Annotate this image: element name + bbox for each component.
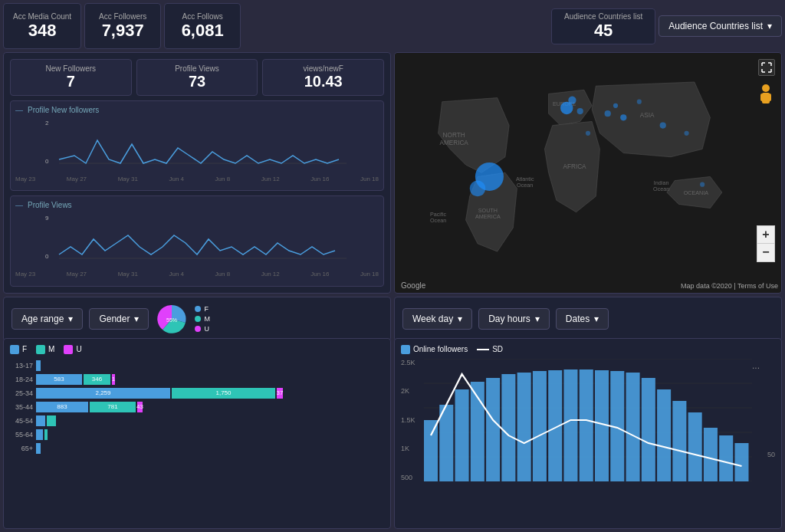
zoom-in-button[interactable]: + — [757, 225, 775, 244]
profile-views-svg: 9 0 — [15, 212, 379, 266]
svg-rect-62 — [672, 401, 686, 481]
dashboard: Acc Media Count 348 Acc Followers 7,937 … — [0, 0, 785, 532]
new-followers-chart: Profile New followers 2 0 May 23May 27Ma… — [10, 100, 384, 191]
svg-text:9: 9 — [45, 215, 49, 222]
legend-f: F — [195, 305, 210, 313]
week-day-dropdown[interactable]: Week day ▾ — [402, 308, 472, 330]
svg-rect-61 — [657, 389, 671, 481]
svg-point-26 — [605, 110, 611, 117]
svg-rect-47 — [439, 405, 453, 481]
gender-dropdown[interactable]: Gender ▾ — [89, 308, 149, 330]
bar-f-18-24: 583 — [36, 374, 82, 385]
svg-rect-37 — [767, 94, 771, 101]
dates-label: Dates — [566, 314, 590, 324]
chart-dots-menu[interactable]: ... — [752, 360, 760, 371]
new-followers-svg: 2 0 — [15, 117, 379, 171]
world-map-svg: NORTH AMERICA SOUTH AMERICA EUROPE AFRIC… — [395, 53, 781, 293]
profile-views-chart-title: Profile Views — [15, 201, 379, 209]
svg-text:NORTH: NORTH — [443, 132, 465, 139]
gender-arrow-icon: ▾ — [134, 314, 139, 324]
svg-rect-66 — [734, 443, 748, 481]
zoom-out-button[interactable]: − — [757, 244, 775, 262]
age-row-13-17: 13-17 — [10, 360, 384, 371]
profile-views-chart: Profile Views 9 0 May 23May 27May 31Jun … — [10, 195, 384, 286]
bar-u-35-44: 43 — [137, 402, 143, 412]
svg-rect-55 — [563, 369, 577, 481]
svg-rect-59 — [626, 373, 640, 481]
svg-rect-52 — [517, 373, 531, 481]
legend-u: U — [195, 325, 210, 333]
week-day-label: Week day — [412, 314, 453, 324]
person-icon — [757, 84, 775, 114]
audience-countries-label: Audience Countries list — [564, 12, 642, 21]
acc-follows-card: Acc Follows 6,081 — [164, 3, 241, 49]
audience-dropdown-label: Audience Countries list — [668, 21, 763, 31]
bar-f-65plus — [36, 443, 41, 454]
svg-rect-46 — [424, 420, 438, 481]
views-per-newf-value: 10.43 — [272, 73, 374, 90]
online-followers-panel: Online followers SD 2.5K 2K 1.5K 1K 500 — [394, 338, 782, 529]
acc-followers-value: 7,937 — [102, 21, 144, 41]
acc-followers-label: Acc Followers — [99, 12, 146, 21]
mini-stats-row: New Followers 7 Profile Views 73 views/n… — [10, 59, 384, 96]
svg-rect-63 — [688, 412, 702, 481]
acc-followers-card: Acc Followers 7,937 — [84, 3, 161, 49]
day-hours-label: Day hours — [488, 314, 530, 324]
expand-icon — [761, 62, 772, 73]
new-followers-value: 7 — [20, 73, 122, 90]
new-followers-label: New Followers — [20, 64, 122, 73]
top-stats-bar: Acc Media Count 348 Acc Followers 7,937 … — [3, 3, 782, 49]
map-data-label: Map data ©2020 | Terms of Use — [681, 282, 778, 290]
age-range-dropdown[interactable]: Age range ▾ — [11, 308, 83, 330]
svg-point-29 — [637, 100, 642, 104]
svg-rect-48 — [455, 389, 469, 481]
age-row-55-64: 55-64 — [10, 429, 384, 440]
svg-rect-50 — [486, 378, 500, 481]
online-chart-svg — [424, 359, 752, 481]
svg-text:ASIA: ASIA — [640, 112, 655, 119]
age-row-65plus: 65+ — [10, 443, 384, 454]
svg-rect-64 — [704, 428, 718, 481]
svg-rect-65 — [719, 435, 733, 481]
bar-m-35-44: 781 — [90, 402, 136, 412]
svg-rect-36 — [760, 94, 764, 101]
map-expand-button[interactable] — [758, 59, 775, 76]
day-hours-dropdown[interactable]: Day hours ▾ — [478, 308, 550, 330]
day-hours-arrow-icon: ▾ — [535, 314, 540, 324]
bar-m-45-54 — [47, 415, 56, 426]
chart-area-container: 2.5K 2K 1.5K 1K 500 — [401, 359, 775, 481]
bar-f-55-64 — [36, 429, 43, 440]
person-svg — [757, 84, 775, 111]
dates-dropdown[interactable]: Dates ▾ — [556, 308, 609, 330]
svg-text:AMERICA: AMERICA — [439, 140, 468, 146]
sd-line-icon — [477, 349, 489, 350]
new-followers-chart-title: Profile New followers — [15, 106, 379, 114]
svg-point-24 — [568, 97, 576, 104]
audience-dropdown-button[interactable]: Audience Countries list ▾ — [659, 15, 782, 37]
views-per-newf-label: views/newF — [272, 64, 374, 73]
bar-f-45-54 — [36, 415, 45, 426]
online-followers-label: Online followers — [413, 345, 468, 353]
dates-arrow-icon: ▾ — [594, 314, 599, 324]
filter-bar: Age range ▾ Gender ▾ 55% — [3, 297, 782, 335]
svg-rect-51 — [501, 374, 515, 481]
bar-f-35-44: 883 — [36, 402, 88, 412]
svg-text:55%: 55% — [166, 317, 177, 323]
legend-u-item: U — [64, 345, 81, 354]
svg-text:Ocean: Ocean — [430, 217, 446, 224]
sd-label: SD — [492, 345, 503, 353]
middle-section: New Followers 7 Profile Views 73 views/n… — [3, 52, 782, 294]
audience-countries-value: 45 — [594, 21, 613, 41]
svg-text:AFRICA: AFRICA — [563, 163, 586, 170]
age-gender-chart-panel: F M U 13-17 — [3, 338, 391, 529]
profile-views-card: Profile Views 73 — [136, 59, 258, 96]
svg-point-25 — [577, 108, 583, 114]
svg-text:AMERICA: AMERICA — [475, 213, 501, 220]
acc-media-count-value: 348 — [28, 21, 57, 41]
bar-u-25-34: 37 — [277, 388, 283, 399]
profile-views-value: 73 — [146, 73, 248, 90]
gender-pie-chart: 55% — [155, 302, 189, 336]
bar-chart-legend: F M U — [10, 345, 384, 354]
gender-legend: F M U — [195, 305, 210, 333]
acc-media-count-label: Acc Media Count — [13, 12, 71, 21]
